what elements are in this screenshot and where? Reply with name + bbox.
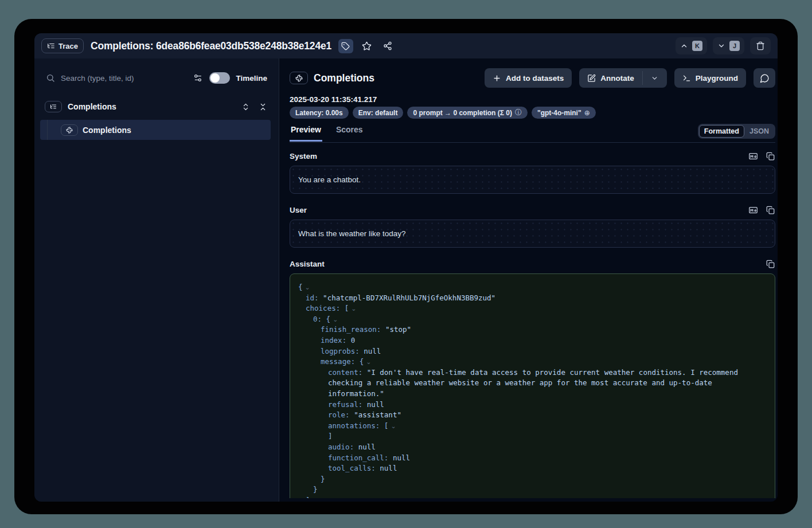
annotate-button[interactable]: Annotate [579,68,642,88]
json-line: {⌄ [298,282,767,293]
environment-badge-text: Env: default [358,109,398,117]
json-token: ] [328,432,333,440]
json-collapse-chevron-icon[interactable]: ⌄ [305,284,310,291]
generation-fan-icon [295,75,303,82]
json-line: ] [298,431,767,442]
json-token: "assistant" [350,410,401,419]
user-section-title: User [290,206,748,214]
next-trace-button[interactable]: J [713,37,744,54]
tree-guide-line [47,120,48,140]
section-icon-group [748,205,775,215]
json-collapse-chevron-icon[interactable]: ⌄ [333,316,338,323]
comments-button[interactable] [754,68,775,88]
copy-button[interactable] [765,151,775,161]
json-token: { [298,283,303,291]
json-token: logprobs: [321,347,360,355]
json-token: null [362,400,384,409]
titlebar: Trace Completions: 6dea86b6feae03db538e2… [34,33,778,58]
model-badge: "gpt-4o-mini" ⊕ [532,107,596,119]
chevron-down-icon [651,75,658,82]
preview-content: System [290,143,775,498]
chevrons-up-down-icon [241,103,250,111]
trash-icon [756,41,765,50]
assistant-output-box: {⌄id: "chatcmpl-BD7XRulRhULb7NjGfeOkhN3B… [290,273,775,498]
chevrons-down-up-icon [259,103,267,111]
json-token: [ [380,421,388,430]
action-buttons: Add to datasets Annotate [485,68,775,88]
view-settings-button[interactable] [192,72,204,84]
json-line: } [298,474,767,485]
json-line: function_call: null [298,453,767,464]
collapse-all-button[interactable] [257,101,268,112]
terminal-icon [682,74,691,83]
share-button[interactable] [381,39,395,53]
copy-button[interactable] [765,205,775,215]
delete-trace-button[interactable] [750,37,771,54]
markdown-toggle-button[interactable] [748,205,758,215]
tree-item-label: Completions [83,126,131,135]
json-collapse-chevron-icon[interactable]: ⌄ [351,305,356,312]
tree-root-row[interactable]: Completions [34,99,279,115]
json-collapse-chevron-icon[interactable]: ⌄ [391,423,396,429]
expand-all-button[interactable] [240,101,251,112]
json-token: role: [328,410,350,419]
info-icon[interactable]: ⓘ [515,108,522,118]
page-title: Completions: 6dea86b6feae03db538e248b38e… [91,40,331,52]
share-icon [383,41,392,50]
user-section-header: User [290,205,775,215]
chevron-up-icon [680,42,688,50]
tabs-row: Preview Scores Formatted JSON [290,124,775,143]
desktop-background: Trace Completions: 6dea86b6feae03db538e2… [0,0,812,528]
prev-trace-button[interactable]: K [676,37,707,54]
format-toggle: Formatted JSON [698,124,775,139]
list-tree-icon [50,103,57,110]
user-message-text: What is the weather like today? [298,229,406,238]
tab-preview[interactable]: Preview [290,124,322,142]
timeline-toggle[interactable] [209,72,230,84]
json-token: annotations: [328,421,380,430]
json-line: content: "I don't have real-time data ac… [298,367,767,400]
timestamp: 2025-03-20 11:35:41.217 [290,95,775,104]
app-surface: Trace Completions: 6dea86b6feae03db538e2… [34,33,778,502]
copy-button[interactable] [765,259,775,269]
annotate-pencil-icon [587,74,596,83]
json-token: } [313,485,318,494]
json-token: index: [321,336,346,345]
json-token: } [321,475,325,483]
json-collapse-chevron-icon[interactable]: ⌄ [366,358,371,365]
json-token: "stop" [381,325,411,334]
playground-button[interactable]: Playground [674,68,746,88]
copy-icon [766,206,775,214]
app-body: Timeline Completions [34,58,778,502]
format-toggle-json[interactable]: JSON [744,125,774,138]
annotate-dropdown-button[interactable] [643,68,667,88]
copy-icon [766,260,775,268]
json-token: null [360,347,381,355]
plus-circle-icon[interactable]: ⊕ [584,109,590,117]
format-toggle-formatted[interactable]: Formatted [699,125,744,138]
assistant-section-title: Assistant [290,260,765,268]
generation-node-badge [61,124,78,136]
annotate-split-button: Annotate [579,68,667,88]
trace-tree-sidebar: Timeline Completions [34,58,279,502]
json-token: id: [306,294,319,302]
json-token: function_call: [328,453,388,462]
tab-scores[interactable]: Scores [335,124,364,140]
json-token: content: [328,368,362,377]
markdown-icon [748,151,758,161]
add-to-datasets-button[interactable]: Add to datasets [485,68,572,88]
tag-button[interactable] [338,39,353,53]
model-badge-text: "gpt-4o-mini" [537,109,581,117]
json-line: id: "chatcmpl-BD7XRulRhULb7NjGfeOkhN3BB9… [298,293,767,304]
markdown-icon [748,205,758,215]
trace-type-badge: Trace [41,38,84,53]
token-usage-badge: 0 prompt → 0 completion (Σ 0) ⓘ [407,107,528,119]
star-button[interactable] [360,39,374,53]
trace-badge-label: Trace [58,42,78,50]
search-input[interactable] [61,74,186,83]
playground-label: Playground [696,74,738,83]
markdown-toggle-button[interactable] [748,151,758,161]
comment-bubble-icon [760,73,770,83]
json-token: null [388,453,410,462]
tree-item-completions[interactable]: Completions [40,120,271,140]
